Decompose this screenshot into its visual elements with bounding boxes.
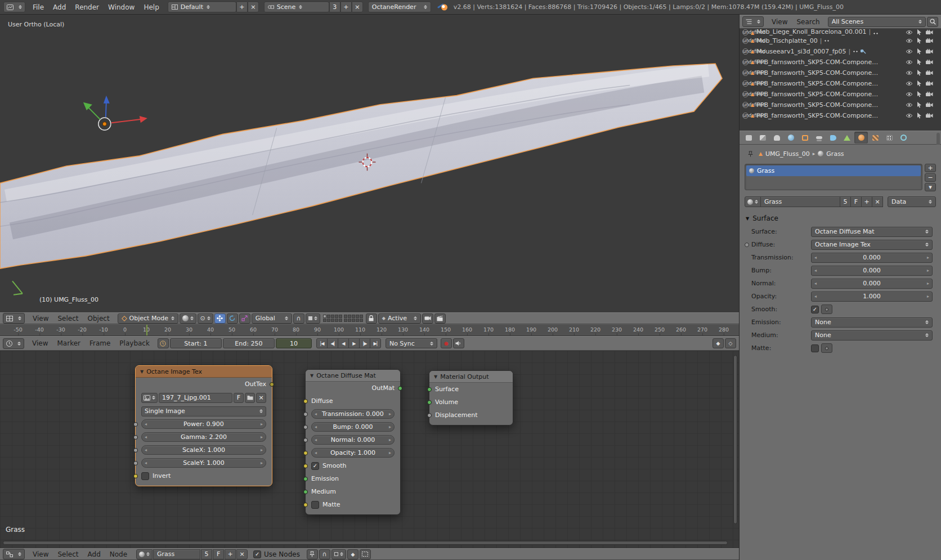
menu-view[interactable]: View	[28, 550, 53, 559]
outmat-socket[interactable]	[398, 386, 402, 391]
layer-toggle[interactable]	[335, 315, 338, 318]
add-slot-button[interactable]: +	[925, 164, 936, 172]
layer-toggle[interactable]	[327, 315, 330, 318]
input-socket[interactable]	[303, 425, 308, 429]
start-frame-field[interactable]: Start: 1	[170, 338, 222, 348]
displacement-socket[interactable]	[427, 413, 432, 418]
outliner-filter-dropdown[interactable]: All Scenes	[828, 17, 926, 27]
add-scene-button[interactable]: +	[340, 2, 352, 12]
selectable-cursor-icon[interactable]	[917, 29, 922, 35]
viewport-shading-dropdown[interactable]	[180, 313, 196, 324]
use-preview-range-button[interactable]	[158, 338, 169, 348]
image-browse-button[interactable]	[141, 393, 158, 403]
insert-keyframe-button[interactable]: ◆	[713, 338, 724, 348]
expand-toggle-icon[interactable]: undefined	[742, 59, 749, 65]
search-button[interactable]	[927, 17, 938, 27]
node-slider[interactable]: Normal: 0.000	[311, 435, 395, 445]
current-frame-field[interactable]: 10	[276, 338, 312, 348]
object-name[interactable]: Mob_Tischplatte_00	[756, 37, 818, 44]
v-scrollbar[interactable]	[733, 355, 737, 524]
emission-dropdown[interactable]: None	[811, 317, 933, 328]
object-name[interactable]: Mob_Liege_Knoll_Barcelona_00.001	[756, 29, 866, 35]
outliner-row[interactable]: undefined▲PPB_farnsworth_SKP5-COM-Compon…	[742, 100, 940, 110]
visibility-eye-icon[interactable]	[906, 102, 913, 107]
surface-socket[interactable]	[427, 387, 432, 392]
menu-node[interactable]: Node	[105, 550, 132, 559]
diffuse-socket[interactable]	[303, 399, 308, 404]
outliner[interactable]: ViewSearch All Scenes undefined▲Mob_Lieg…	[740, 15, 941, 131]
smooth-socket[interactable]	[303, 464, 308, 468]
material-fake-user-button[interactable]: F	[213, 549, 224, 559]
play-reverse-button[interactable]: ◀	[338, 338, 349, 348]
input-socket[interactable]	[133, 422, 138, 427]
surface-panel-header[interactable]: ▼ Surface	[745, 212, 936, 225]
lock-camera-button[interactable]	[366, 313, 377, 324]
material-name-field[interactable]: Grass	[153, 549, 200, 559]
tab-object-data[interactable]	[840, 132, 854, 144]
layer-toggle[interactable]	[339, 319, 342, 322]
current-frame-marker[interactable]	[146, 325, 147, 335]
layer-toggle[interactable]	[348, 315, 351, 318]
viewport-3d[interactable]: User Ortho (Local) (10) UMG_Fluss_00 Vie…	[0, 15, 739, 324]
tab-render[interactable]	[742, 132, 755, 144]
editor-type-button[interactable]	[3, 338, 24, 349]
layer-toggle[interactable]	[323, 315, 326, 318]
material-slot-list[interactable]: Grass	[745, 164, 922, 190]
normal-slider[interactable]: 0.000	[811, 279, 933, 289]
expand-toggle-icon[interactable]: undefined	[742, 48, 749, 55]
render-camera-icon[interactable]	[926, 30, 933, 35]
layer-toggle[interactable]	[356, 315, 359, 318]
unlink-material-button[interactable]: ×	[236, 549, 248, 559]
smooth-checkbox[interactable]	[811, 306, 819, 313]
tab-material[interactable]	[854, 132, 868, 144]
render-camera-icon[interactable]	[926, 92, 933, 97]
collapse-icon[interactable]: ▼	[434, 374, 437, 379]
outliner-row[interactable]: undefined▲PPB_farnsworth_SKP5-COM-Compon…	[742, 68, 940, 78]
scene-dropdown[interactable]: Scene	[264, 2, 329, 12]
menu-view[interactable]: View	[28, 314, 53, 323]
node-slider[interactable]: ScaleY: 1.000	[141, 458, 266, 468]
emission-socket[interactable]	[303, 477, 308, 481]
object-name[interactable]: PPB_farnsworth_SKP5-COM-Component_3-324	[756, 112, 879, 119]
node-header[interactable]: ▼ Octane Diffuse Mat	[306, 370, 400, 382]
menu-frame[interactable]: Frame	[85, 339, 115, 348]
tab-world[interactable]	[784, 132, 797, 144]
layer-toggle[interactable]	[339, 315, 342, 318]
menu-view[interactable]: View	[28, 339, 52, 348]
next-keyframe-button[interactable]: |▶	[359, 338, 370, 348]
layer-toggle[interactable]	[335, 319, 338, 322]
expand-toggle-icon[interactable]: undefined	[742, 38, 749, 44]
remove-slot-button[interactable]: −	[925, 173, 936, 182]
viewport-canvas[interactable]: User Ortho (Local) (10) UMG_Fluss_00	[0, 15, 739, 312]
manipulator-translate-button[interactable]	[214, 313, 226, 324]
outliner-row[interactable]: undefined▲PPB_farnsworth_SKP5-COM-Compon…	[742, 57, 940, 68]
tab-texture[interactable]	[868, 132, 882, 144]
node-octane-image-tex[interactable]: ▼ Octane Image Tex OutTex 1	[135, 365, 272, 486]
outliner-row[interactable]: undefined▲PPB_farnsworth_SKP5-COM-Compon…	[742, 110, 940, 121]
snap-magnet-button[interactable]: ∩	[319, 549, 330, 559]
material-users-button[interactable]: 5	[201, 549, 212, 559]
layer-toggle[interactable]	[344, 319, 347, 322]
surface-dropdown[interactable]: Octane Diffuse Mat	[811, 227, 933, 237]
use-nodes-checkbox[interactable]	[253, 550, 261, 558]
pin-button[interactable]	[307, 549, 318, 559]
medium-socket[interactable]	[303, 490, 308, 494]
layer-toggle[interactable]	[356, 319, 359, 322]
menu-search[interactable]: Search	[792, 17, 824, 26]
object-name[interactable]: PPB_farnsworth_SKP5-COM-Component_1-324	[756, 69, 879, 77]
render-animation-button[interactable]	[434, 313, 446, 324]
expand-toggle-icon[interactable]: undefined	[742, 80, 749, 87]
medium-dropdown[interactable]: None	[811, 330, 933, 341]
input-socket[interactable]	[133, 448, 138, 453]
render-display-dropdown[interactable]: ◆ Active	[378, 313, 421, 324]
node-canvas[interactable]: ▼ Octane Image Tex OutTex 1	[0, 351, 739, 548]
outliner-row[interactable]: undefined▲Mob_Liege_Knoll_Barcelona_00.0…	[742, 29, 940, 35]
delete-scene-button[interactable]: ×	[352, 2, 363, 12]
scene-users-button[interactable]: 3	[329, 2, 340, 12]
tab-physics[interactable]	[897, 132, 910, 144]
render-camera-icon[interactable]	[926, 113, 933, 118]
audio-scrubbing-button[interactable]	[453, 338, 464, 348]
tab-constraints[interactable]	[812, 132, 826, 144]
layer-toggle[interactable]	[360, 319, 363, 322]
slot-specials-button[interactable]: ▾	[925, 183, 936, 191]
